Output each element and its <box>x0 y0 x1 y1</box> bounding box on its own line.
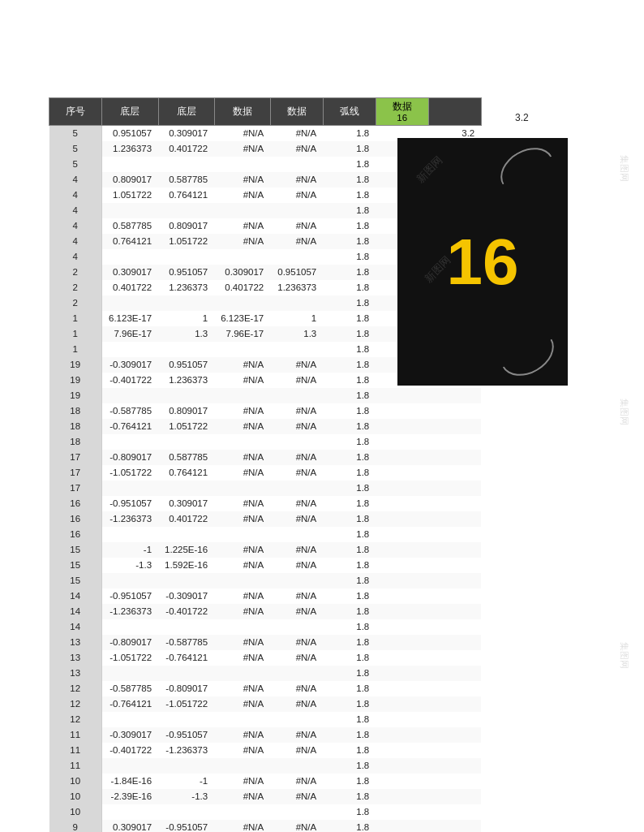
table-cell <box>376 527 428 542</box>
table-cell: 0.309017 <box>102 265 159 280</box>
watermark-1: 新图网 <box>413 153 445 186</box>
table-cell: 1.236373 <box>102 141 159 157</box>
table-cell: 4 <box>49 234 102 249</box>
table-cell <box>270 434 323 450</box>
table-cell: #N/A <box>214 743 270 758</box>
table-cell: 1.8 <box>323 496 376 511</box>
table-cell: 0.587785 <box>158 172 214 188</box>
table-cell: 1.051722 <box>158 419 214 434</box>
table-cell: 1.8 <box>323 758 376 774</box>
table-cell: -1.236373 <box>102 604 159 619</box>
table-cell: 1.8 <box>323 558 376 573</box>
table-cell: 0.401722 <box>158 511 214 527</box>
table-cell: #N/A <box>214 820 270 833</box>
table-cell <box>376 666 428 681</box>
table-cell: -0.401722 <box>102 373 159 388</box>
table-cell: 19 <box>49 357 102 373</box>
table-cell: 16 <box>49 511 102 527</box>
table-cell: 6.123E-17 <box>102 311 159 326</box>
table-cell <box>214 712 270 727</box>
table-cell: -1.236373 <box>158 743 214 758</box>
table-cell-extra <box>428 758 481 774</box>
table-cell <box>376 681 428 696</box>
table-cell: 1.8 <box>323 172 376 188</box>
table-cell <box>102 573 159 588</box>
table-cell: 1.8 <box>323 804 376 820</box>
table-cell-extra <box>428 558 481 573</box>
table-cell: 1.8 <box>323 234 376 249</box>
table-cell: 18 <box>49 434 102 450</box>
table-cell: #N/A <box>270 511 323 527</box>
table-cell: 7.96E-17 <box>214 326 270 342</box>
table-cell <box>376 604 428 619</box>
table-cell-extra <box>428 511 481 527</box>
table-cell <box>376 558 428 573</box>
table-cell: 1.8 <box>323 141 376 157</box>
table-cell: 1 <box>270 311 323 326</box>
table-cell: 1.8 <box>323 326 376 342</box>
table-cell-extra <box>428 696 481 712</box>
table-cell: 1.8 <box>323 727 376 743</box>
table-cell: -0.764121 <box>158 650 214 666</box>
table-cell: 1.8 <box>323 527 376 542</box>
table-cell: 15 <box>49 542 102 558</box>
table-cell: -0.809017 <box>158 681 214 696</box>
table-cell <box>102 712 159 727</box>
table-cell: #N/A <box>270 820 323 833</box>
table-cell <box>158 342 214 357</box>
table-cell: 1.8 <box>323 450 376 465</box>
overlay-number: 16 <box>447 225 519 300</box>
table-cell <box>214 666 270 681</box>
table-cell: 1.8 <box>323 465 376 481</box>
table-cell: -0.401722 <box>158 604 214 619</box>
table-cell: 0.764121 <box>102 234 159 249</box>
table-cell: #N/A <box>214 558 270 573</box>
table-cell <box>270 666 323 681</box>
table-cell: #N/A <box>214 126 270 141</box>
table-cell-extra <box>428 388 481 403</box>
table-cell-extra <box>428 681 481 696</box>
table-cell: #N/A <box>270 727 323 743</box>
table-cell: #N/A <box>270 357 323 373</box>
table-cell <box>214 342 270 357</box>
table-cell: 1.8 <box>323 218 376 234</box>
table-cell-extra <box>428 527 481 542</box>
table-cell: #N/A <box>270 650 323 666</box>
table-cell: 2 <box>49 265 102 280</box>
curve-top <box>492 139 562 202</box>
table-cell <box>376 743 428 758</box>
table-cell: #N/A <box>270 188 323 203</box>
table-cell-extra <box>428 727 481 743</box>
image-overlay: 16 新图网 新图网 <box>397 138 568 386</box>
table-cell: 0.764121 <box>158 188 214 203</box>
table-cell: 0.309017 <box>102 820 159 833</box>
table-cell: 4 <box>49 188 102 203</box>
table-cell <box>376 450 428 465</box>
table-cell <box>376 496 428 511</box>
table-cell <box>158 249 214 265</box>
table-cell: 1.8 <box>323 635 376 650</box>
header-extra <box>428 98 481 126</box>
table-cell <box>270 388 323 403</box>
table-cell: 16 <box>49 527 102 542</box>
table-cell: 10 <box>49 774 102 789</box>
table-cell <box>376 727 428 743</box>
table-cell-extra <box>428 403 481 419</box>
table-cell: -0.951057 <box>158 820 214 833</box>
table-cell: 1.8 <box>323 280 376 295</box>
table-cell: 1.8 <box>323 203 376 218</box>
table-cell-extra <box>428 743 481 758</box>
table-cell <box>102 804 159 820</box>
table-cell: 14 <box>49 588 102 604</box>
table-cell-extra <box>428 465 481 481</box>
table-cell <box>158 157 214 172</box>
table-cell: 0.309017 <box>158 126 214 141</box>
table-cell: #N/A <box>214 172 270 188</box>
table-cell <box>376 465 428 481</box>
table-cell: #N/A <box>214 681 270 696</box>
table-cell <box>376 573 428 588</box>
table-cell: -0.587785 <box>158 635 214 650</box>
table-cell: #N/A <box>270 419 323 434</box>
table-cell <box>270 481 323 496</box>
table-cell: #N/A <box>270 172 323 188</box>
